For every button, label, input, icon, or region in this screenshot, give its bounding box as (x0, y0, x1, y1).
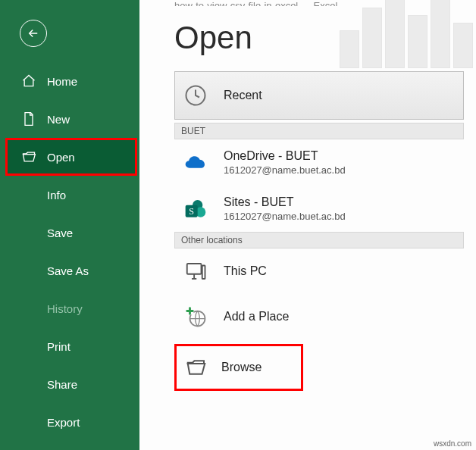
label-browse: Browse (221, 361, 261, 374)
locations-panel: Recent BUET OneDrive - BUET 1612027@name… (174, 71, 464, 391)
location-browse[interactable]: Browse (177, 346, 301, 389)
sidebar-item-save-as[interactable]: Save As (0, 252, 139, 289)
location-onedrive[interactable]: OneDrive - BUET 1612027@name.buet.ac.bd (174, 139, 464, 186)
browse-folder-icon (183, 355, 209, 380)
sidebar-item-print[interactable]: Print (0, 327, 139, 365)
arrow-left-icon (27, 27, 40, 40)
title-crumb: how-to-view-csv-file-in-excel — Excel (139, 0, 467, 6)
sidebar-item-history: History (0, 289, 139, 327)
sidebar-item-open[interactable]: Open (5, 138, 137, 176)
sidebar-label-home: Home (47, 75, 77, 88)
backstage-main: how-to-view-csv-file-in-excel — Excel Op… (139, 0, 476, 450)
label-recent: Recent (224, 89, 262, 102)
svg-rect-6 (202, 266, 205, 280)
svg-rect-5 (187, 264, 202, 274)
label-sites-sub: 1612027@name.buet.ac.bd (224, 211, 346, 222)
sidebar-item-info[interactable]: Info (0, 176, 139, 214)
add-place-icon (183, 304, 208, 330)
location-this-pc[interactable]: This PC (174, 248, 464, 294)
section-header-buet: BUET (174, 123, 464, 139)
page-title: Open (174, 20, 467, 56)
backstage-sidebar: Home New Open Info Save Save As History … (0, 0, 139, 450)
back-button[interactable] (20, 20, 47, 47)
new-file-icon (21, 111, 36, 127)
section-header-other: Other locations (174, 232, 464, 248)
label-sites-title: Sites - BUET (224, 195, 346, 209)
sharepoint-icon: S (183, 196, 208, 222)
label-thispc: This PC (224, 264, 267, 278)
clock-icon (183, 83, 208, 108)
home-icon (21, 73, 36, 89)
location-recent[interactable]: Recent (174, 71, 464, 120)
sidebar-label-new: New (47, 113, 70, 126)
sidebar-label-open: Open (47, 151, 75, 164)
sidebar-item-share[interactable]: Share (0, 365, 139, 403)
sidebar-item-new[interactable]: New (0, 100, 139, 138)
watermark: wsxdn.com (434, 439, 471, 448)
label-onedrive-sub: 1612027@name.buet.ac.bd (224, 164, 346, 176)
browse-highlight: Browse (174, 344, 303, 391)
sidebar-item-export[interactable]: Export (0, 403, 139, 441)
label-onedrive-title: OneDrive - BUET (224, 149, 346, 163)
open-folder-icon (21, 149, 36, 164)
label-addplace: Add a Place (224, 310, 289, 323)
onedrive-icon (183, 150, 208, 176)
location-add-place[interactable]: Add a Place (174, 294, 464, 339)
location-sites[interactable]: S Sites - BUET 1612027@name.buet.ac.bd (174, 186, 464, 232)
sidebar-item-home[interactable]: Home (0, 62, 139, 100)
sidebar-item-save[interactable]: Save (0, 214, 139, 252)
svg-text:S: S (189, 205, 194, 216)
pc-icon (183, 258, 208, 284)
